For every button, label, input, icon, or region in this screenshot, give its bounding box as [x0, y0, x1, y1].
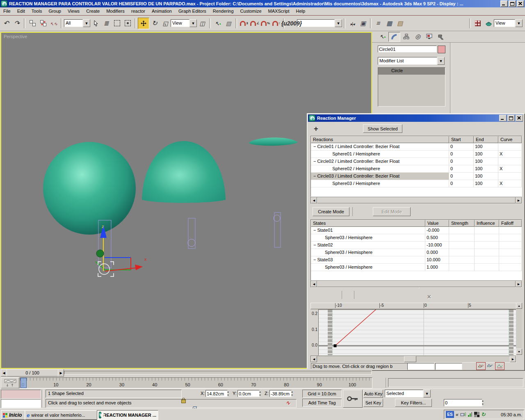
- reactions-hscrollbar[interactable]: ◀ ▶: [310, 197, 522, 204]
- reaction-end-cell[interactable]: 100: [474, 165, 498, 172]
- named-selection-sets-dropdown[interactable]: [297, 19, 342, 27]
- select-and-move-button[interactable]: [138, 18, 149, 29]
- rm-key-time-field[interactable]: [407, 363, 434, 370]
- menu-group[interactable]: Group: [45, 7, 64, 15]
- reaction-curve-cell[interactable]: [498, 158, 522, 165]
- dropdown-arrow-icon[interactable]: [335, 19, 342, 27]
- sphere01-object[interactable]: [43, 142, 136, 235]
- align-button[interactable]: [358, 18, 368, 29]
- end-col-header[interactable]: End: [474, 136, 498, 143]
- tab-hierarchy[interactable]: [401, 32, 412, 41]
- reaction-curve-cell[interactable]: [498, 173, 522, 180]
- state-falloff-cell[interactable]: [499, 242, 522, 249]
- menu-modifiers[interactable]: Modifiers: [103, 7, 128, 15]
- rectangular-selection-region-button[interactable]: [112, 18, 122, 29]
- reaction-start-cell[interactable]: 0: [449, 143, 474, 150]
- state-row[interactable]: Sphere03 / Hemisphere0.000: [311, 249, 522, 256]
- x-coord-field[interactable]: [205, 390, 228, 397]
- scroll-right-arrow[interactable]: ▶: [516, 281, 522, 287]
- transform-gizmo[interactable]: z x: [96, 224, 147, 276]
- taskbar-task-active[interactable]: REACTION MANAGER ...: [97, 410, 158, 420]
- reaction-curve-svg[interactable]: [319, 310, 516, 355]
- menu-customize[interactable]: Customize: [237, 7, 265, 15]
- state-name-cell[interactable]: − State01: [311, 227, 425, 234]
- select-and-manipulate-button[interactable]: [212, 18, 223, 29]
- reaction-name-cell[interactable]: Sphere03 / Hemisphere: [311, 180, 449, 187]
- curve-key-point[interactable]: [334, 345, 337, 347]
- tray-chevron-icon[interactable]: [456, 412, 459, 418]
- y-coord-field[interactable]: [237, 390, 260, 397]
- tab-motion[interactable]: ◎: [412, 32, 423, 41]
- selection-filter-dropdown[interactable]: All: [64, 19, 90, 27]
- dropdown-arrow-icon[interactable]: [423, 390, 431, 397]
- reaction-curve-cell[interactable]: X: [498, 180, 522, 187]
- select-object-button[interactable]: [90, 18, 101, 29]
- state-row[interactable]: Sphere03 / Hemisphere0.500: [311, 234, 522, 242]
- strength-col-header[interactable]: Strength: [449, 220, 475, 227]
- edit-mode-button[interactable]: Edit Mode: [373, 207, 411, 216]
- rm-close-button[interactable]: [516, 115, 523, 121]
- mirror-button[interactable]: [347, 18, 358, 29]
- set-key-button[interactable]: Set Key: [363, 399, 383, 407]
- state-name-cell[interactable]: Sphere03 / Hemisphere: [311, 234, 425, 241]
- state-row[interactable]: Sphere03 / Hemisphere1.000: [311, 264, 522, 271]
- tab-utilities[interactable]: [435, 32, 446, 41]
- reaction-start-cell[interactable]: 0: [449, 165, 474, 172]
- menu-edit[interactable]: Edit: [14, 7, 28, 15]
- reaction-name-cell[interactable]: − Circle03 / Limited Controller: Bezier …: [311, 173, 449, 180]
- graph-time-ruler[interactable]: -10-505: [310, 303, 516, 309]
- scroll-thumb[interactable]: [317, 197, 516, 203]
- state-value-cell[interactable]: -0.000: [425, 227, 449, 234]
- state-falloff-cell[interactable]: [499, 256, 522, 263]
- reaction-end-cell[interactable]: 100: [474, 151, 498, 158]
- next-frame-arrow[interactable]: ▶: [58, 369, 64, 377]
- reaction-end-cell[interactable]: 100: [474, 173, 498, 180]
- state-strength-cell[interactable]: [449, 256, 475, 263]
- state-influence-cell[interactable]: [475, 264, 499, 271]
- state-strength-cell[interactable]: [449, 234, 475, 241]
- reaction-start-cell[interactable]: 0: [449, 180, 474, 187]
- clock[interactable]: 05:30 a.m.: [501, 412, 522, 417]
- state-value-cell[interactable]: 0.000: [425, 249, 449, 256]
- state-name-cell[interactable]: − State02: [311, 242, 425, 249]
- state-strength-cell[interactable]: [449, 264, 475, 271]
- listener-splitter[interactable]: [41, 390, 44, 407]
- dropdown-arrow-icon[interactable]: [515, 19, 523, 27]
- menu-create[interactable]: Create: [83, 7, 103, 15]
- menu-tools[interactable]: Tools: [28, 7, 46, 15]
- use-pivot-point-center-button[interactable]: [197, 18, 208, 29]
- taskbar-task-inactive[interactable]: wirear el valor hemisferio...: [25, 410, 99, 420]
- previous-frame-arrow[interactable]: ◀: [1, 369, 7, 377]
- influence-col-header[interactable]: Influence: [475, 220, 499, 227]
- tab-display[interactable]: [424, 32, 435, 41]
- reaction-row[interactable]: − Circle01 / Limited Controller: Bezier …: [311, 143, 522, 151]
- reaction-curve-cell[interactable]: X: [498, 165, 522, 172]
- network-icon[interactable]: [460, 412, 466, 417]
- open-mini-curve-editor-button[interactable]: [1, 377, 19, 388]
- zoom-value-extents-button[interactable]: [495, 362, 504, 370]
- render-setup-button[interactable]: [483, 18, 494, 29]
- material-editor-button[interactable]: [472, 18, 483, 29]
- reaction-manager-window[interactable]: Reaction Manager Show Selected Reactions…: [307, 113, 525, 371]
- signal-strength-icon[interactable]: [468, 412, 472, 417]
- state-value-cell[interactable]: -10.000: [425, 242, 449, 249]
- menu-reactor[interactable]: reactor: [128, 7, 148, 15]
- rm-maximize-button[interactable]: [507, 115, 515, 121]
- tab-modify[interactable]: [388, 32, 400, 42]
- reaction-name-cell[interactable]: Sphere02 / Hemisphere: [311, 165, 449, 172]
- state-value-cell[interactable]: 1.000: [425, 264, 449, 271]
- current-frame-field[interactable]: [444, 399, 482, 406]
- percent-snap-toggle[interactable]: %: [260, 18, 271, 29]
- x-spinner[interactable]: ▲▼: [226, 390, 230, 397]
- modifier-stack-list[interactable]: Circle: [378, 67, 445, 107]
- reaction-row[interactable]: − Circle02 / Limited Controller: Bezier …: [311, 158, 522, 165]
- render-type-dropdown[interactable]: View: [494, 19, 523, 27]
- scroll-right-arrow[interactable]: ▶: [510, 356, 516, 362]
- display-settings-icon[interactable]: [474, 412, 479, 417]
- reactions-table[interactable]: Reactions Start End Curve − Circle01 / L…: [310, 136, 522, 197]
- reaction-name-cell[interactable]: Sphere01 / Hemisphere: [311, 151, 449, 158]
- create-mode-button[interactable]: Create Mode: [313, 207, 349, 216]
- state-row[interactable]: − State01-0.000: [311, 227, 522, 234]
- select-by-name-button[interactable]: [101, 18, 112, 29]
- menu-animation[interactable]: Animation: [148, 7, 175, 15]
